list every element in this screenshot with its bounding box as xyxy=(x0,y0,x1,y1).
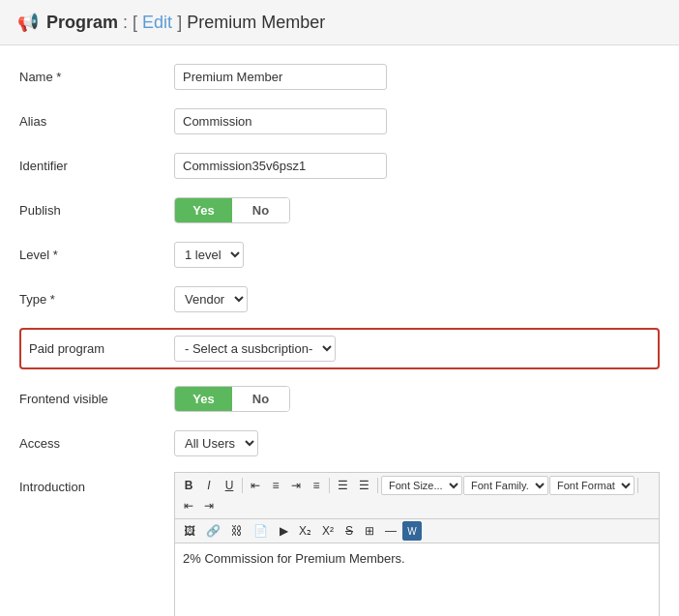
alias-input[interactable] xyxy=(174,108,387,134)
underline-btn[interactable]: U xyxy=(220,476,239,495)
access-select[interactable]: All Users xyxy=(174,430,258,456)
publish-no-btn[interactable]: No xyxy=(232,198,289,222)
table-btn[interactable]: ⊞ xyxy=(360,521,379,541)
sep4 xyxy=(637,478,638,493)
type-select-wrap: Vendor xyxy=(174,286,660,312)
alias-row: Alias xyxy=(19,105,660,136)
paid-program-select[interactable]: - Select a susbcription- xyxy=(174,336,336,362)
name-field-wrap xyxy=(174,64,660,90)
frontend-label: Frontend visible xyxy=(19,392,174,406)
level-label: Level * xyxy=(19,248,174,262)
link-btn[interactable]: 🔗 xyxy=(201,521,225,541)
sep3 xyxy=(377,478,378,493)
frontend-toggle: Yes No xyxy=(174,386,290,412)
paid-program-label: Paid program xyxy=(29,341,174,356)
sub-btn[interactable]: X₂ xyxy=(294,521,316,541)
level-select[interactable]: 1 level xyxy=(174,242,244,268)
form-body: Name * Alias Identifier Publish Yes xyxy=(0,45,679,616)
frontend-toggle-wrap: Yes No xyxy=(174,386,660,412)
access-wrap: All Users xyxy=(174,430,660,456)
align-right-btn[interactable]: ⇥ xyxy=(286,476,306,495)
publish-toggle-wrap: Yes No xyxy=(174,197,660,223)
align-center-btn[interactable]: ≡ xyxy=(266,476,285,495)
alias-field-wrap xyxy=(174,108,660,134)
page-header: 📢 Program : [ Edit ] Premium Member xyxy=(0,0,679,45)
indent-left-btn[interactable]: ⇤ xyxy=(179,496,198,515)
indent-right-btn[interactable]: ⇥ xyxy=(199,496,219,515)
alias-label: Alias xyxy=(19,114,174,129)
introduction-section: Introduction B I U ⇤ ≡ ⇥ ≡ ☰ ☰ xyxy=(19,472,660,616)
font-family-select[interactable]: Font Family. xyxy=(463,476,548,495)
italic-btn[interactable]: I xyxy=(199,476,219,495)
editor-wrapper: B I U ⇤ ≡ ⇥ ≡ ☰ ☰ Font Size... xyxy=(174,472,660,616)
hr-btn[interactable]: — xyxy=(380,521,401,541)
bold-btn[interactable]: B xyxy=(179,476,198,495)
justify-btn[interactable]: ≡ xyxy=(307,476,326,495)
source-btn[interactable]: W xyxy=(402,521,422,541)
align-left-btn[interactable]: ⇤ xyxy=(246,476,265,495)
identifier-field-wrap xyxy=(174,153,660,179)
frontend-no-btn[interactable]: No xyxy=(232,387,289,411)
access-label: Access xyxy=(19,436,174,451)
access-row: Access All Users xyxy=(19,427,660,458)
file-btn[interactable]: 📄 xyxy=(249,521,273,541)
frontend-yes-btn[interactable]: Yes xyxy=(175,387,232,411)
ul-btn[interactable]: ☰ xyxy=(354,476,374,495)
publish-row: Publish Yes No xyxy=(19,194,660,225)
identifier-input[interactable] xyxy=(174,153,387,179)
level-select-wrap: 1 level xyxy=(174,242,660,268)
media-btn[interactable]: ▶ xyxy=(274,521,293,541)
ol-btn[interactable]: ☰ xyxy=(333,476,353,495)
introduction-label: Introduction xyxy=(19,472,174,494)
sup-btn[interactable]: X² xyxy=(317,521,339,541)
paid-program-row: Paid program - Select a susbcription- xyxy=(19,328,660,369)
editor-toolbar-row2: 🖼 🔗 ⛓ 📄 ▶ X₂ X² S ⊞ — W xyxy=(174,518,660,543)
identifier-row: Identifier xyxy=(19,150,660,181)
level-row: Level * 1 level xyxy=(19,239,660,270)
editor-content-area[interactable]: 2% Commission for Premium Members. xyxy=(174,543,660,616)
type-select[interactable]: Vendor xyxy=(174,286,248,312)
editor-toolbar-row1: B I U ⇤ ≡ ⇥ ≡ ☰ ☰ Font Size... xyxy=(174,472,660,518)
type-label: Type * xyxy=(19,292,174,307)
name-row: Name * xyxy=(19,61,660,92)
program-icon: 📢 xyxy=(17,12,39,33)
type-row: Type * Vendor xyxy=(19,283,660,314)
frontend-row: Frontend visible Yes No xyxy=(19,383,660,414)
sep1 xyxy=(242,478,243,493)
publish-yes-btn[interactable]: Yes xyxy=(175,198,232,222)
name-input[interactable] xyxy=(174,64,387,90)
publish-toggle: Yes No xyxy=(174,197,290,223)
publish-label: Publish xyxy=(19,203,174,218)
page-title: Program : [ Edit ] Premium Member xyxy=(46,13,325,33)
strike-btn[interactable]: S xyxy=(340,521,359,541)
name-label: Name * xyxy=(19,70,174,84)
sep2 xyxy=(329,478,330,493)
identifier-label: Identifier xyxy=(19,159,174,173)
image-btn[interactable]: 🖼 xyxy=(179,521,200,541)
page-wrapper: 📢 Program : [ Edit ] Premium Member Name… xyxy=(0,0,679,616)
unlink-btn[interactable]: ⛓ xyxy=(226,521,248,541)
font-format-select[interactable]: Font Format xyxy=(549,476,635,495)
font-size-select[interactable]: Font Size... xyxy=(381,476,462,495)
